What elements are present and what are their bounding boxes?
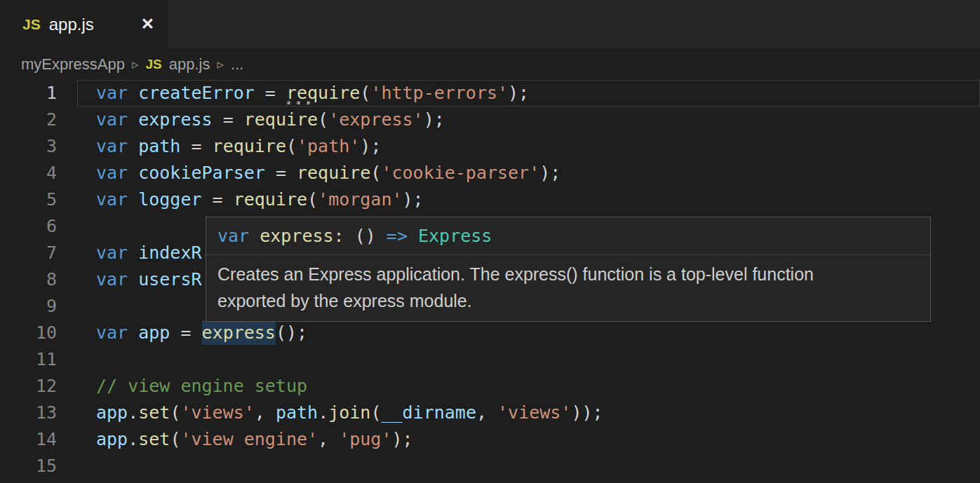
code-token: app xyxy=(138,322,170,343)
line-number: 14 xyxy=(0,426,77,453)
code-line[interactable]: 4var cookieParser = require('cookie-pars… xyxy=(0,160,980,186)
code-token: => xyxy=(387,226,408,246)
code-text: var app = express(); xyxy=(77,320,980,346)
code-token: : () xyxy=(334,226,387,246)
code-token: 'http-errors' xyxy=(370,83,508,103)
code-token: // view engine setup xyxy=(96,376,307,396)
code-text: var express = require('express'); xyxy=(77,107,980,133)
code-token: 'cookie-parser' xyxy=(381,163,539,183)
breadcrumb-item-file[interactable]: app.js xyxy=(169,55,210,74)
code-text: var createError = require('http-errors')… xyxy=(77,80,980,107)
code-token: ( xyxy=(170,429,180,449)
code-token: require xyxy=(297,163,370,183)
code-token: ); xyxy=(360,136,381,156)
code-token: require xyxy=(234,189,307,210)
code-text: // view engine setup xyxy=(77,373,980,400)
code-token: join xyxy=(328,402,370,423)
vscode-editor-window: JS app.js ✕ myExpressApp ▹ JS app.js ▹ .… xyxy=(0,0,980,483)
code-token: . xyxy=(128,402,138,423)
hover-tooltip: var express: () => Express Creates an Ex… xyxy=(206,217,931,322)
code-token: , xyxy=(476,402,497,423)
code-token: )); xyxy=(571,402,603,423)
code-token: var xyxy=(96,189,138,210)
code-token: . xyxy=(128,429,138,449)
code-token: = xyxy=(213,109,244,130)
code-token: ); xyxy=(391,429,412,449)
code-token: ); xyxy=(539,163,561,183)
code-line[interactable]: 13app.set('views', path.join(__dirname, … xyxy=(0,400,980,426)
code-token: 'views' xyxy=(497,402,571,423)
line-number: 2 xyxy=(0,107,77,133)
tab-label: app.js xyxy=(49,15,94,34)
code-text: app.set('views', path.join(__dirname, 'v… xyxy=(77,400,980,426)
code-text xyxy=(77,453,980,479)
code-token: 'pug' xyxy=(339,429,391,449)
hover-description: Creates an Express application. The expr… xyxy=(206,255,881,321)
code-line[interactable]: 11 xyxy=(0,346,980,373)
code-token: 'express' xyxy=(328,109,423,130)
code-text: app.set('view engine', 'pug'); xyxy=(77,426,980,453)
code-token: ( xyxy=(370,163,381,183)
code-token: = xyxy=(170,322,201,343)
code-token: logger xyxy=(138,189,201,210)
code-token: set xyxy=(138,402,170,423)
code-line[interactable]: 5var logger = require('morgan'); xyxy=(0,186,980,213)
line-number: 11 xyxy=(0,346,77,373)
line-number: 6 xyxy=(0,213,77,240)
code-token: ( xyxy=(170,402,180,423)
line-number: 7 xyxy=(0,240,77,266)
breadcrumb-item-folder[interactable]: myExpressApp xyxy=(21,55,125,74)
code-token: ( xyxy=(307,189,318,210)
close-icon[interactable]: ✕ xyxy=(141,16,154,32)
code-token: ); xyxy=(403,189,424,210)
js-file-icon: JS xyxy=(22,16,41,33)
tab-appjs[interactable]: JS app.js ✕ xyxy=(0,0,168,48)
breadcrumb-item-symbol[interactable]: ... xyxy=(231,55,243,74)
line-number: 9 xyxy=(0,293,77,320)
breadcrumb: myExpressApp ▹ JS app.js ▹ ... xyxy=(0,48,980,80)
line-number: 3 xyxy=(0,133,77,160)
code-token: var xyxy=(96,269,138,290)
code-token: = xyxy=(180,136,212,156)
code-token: __dirname xyxy=(381,402,476,423)
code-token: set xyxy=(138,429,170,449)
code-token: ( xyxy=(360,83,370,103)
code-line[interactable]: 15 xyxy=(0,453,980,479)
code-token: createError xyxy=(138,83,255,103)
code-text: var path = require('path'); xyxy=(77,133,980,160)
code-token: indexR xyxy=(138,243,201,263)
code-text: var cookieParser = require('cookie-parse… xyxy=(77,160,980,186)
line-number: 4 xyxy=(0,160,77,186)
code-line[interactable]: 14app.set('view engine', 'pug'); xyxy=(0,426,980,453)
code-line[interactable]: 10var app = express(); xyxy=(0,320,980,346)
code-token: = xyxy=(255,83,286,103)
code-token: var xyxy=(96,163,138,183)
code-token: usersR xyxy=(138,269,201,290)
code-token: = xyxy=(265,163,297,183)
hovered-word[interactable]: express xyxy=(202,322,276,343)
code-token: app xyxy=(96,429,128,449)
chevron-right-icon: ▹ xyxy=(217,56,224,72)
code-token: 'path' xyxy=(297,136,360,156)
code-token: 'views' xyxy=(180,402,254,423)
code-token: require xyxy=(244,109,318,130)
line-number: 8 xyxy=(0,266,77,293)
code-line[interactable]: 3var path = require('path'); xyxy=(0,133,980,160)
code-token: 'view engine' xyxy=(180,429,318,449)
code-token: 'morgan' xyxy=(318,189,402,210)
code-token: ( xyxy=(286,136,297,156)
code-token: path xyxy=(138,136,180,156)
code-token: , xyxy=(255,402,276,423)
hover-signature: var express: () => Express xyxy=(206,217,930,255)
code-token: cookieParser xyxy=(138,163,265,183)
code-line[interactable]: 1var createError = require('http-errors'… xyxy=(0,80,980,107)
code-token: var xyxy=(96,83,138,103)
line-number: 10 xyxy=(0,320,77,346)
code-line[interactable]: 2var express = require('express'); xyxy=(0,107,980,133)
code-token: . xyxy=(318,402,328,423)
code-token: ( xyxy=(370,402,381,423)
code-token: var xyxy=(96,109,138,130)
tab-bar: JS app.js ✕ xyxy=(0,0,980,48)
code-token: require xyxy=(213,136,286,156)
code-line[interactable]: 12// view engine setup xyxy=(0,373,980,400)
